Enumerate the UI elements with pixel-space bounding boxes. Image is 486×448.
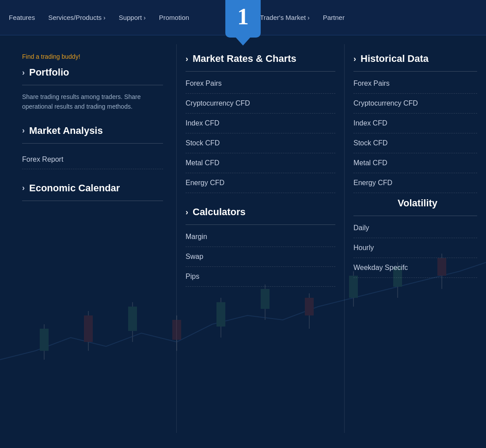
middle-metal-cfd[interactable]: Metal CFD [186,153,335,173]
find-buddy-text: Find a trading buddy! [22,53,163,60]
middle-crypto-cfd[interactable]: Cryptocurrency CFD [186,94,335,114]
right-energy-cfd[interactable]: Energy CFD [353,173,477,193]
calc-pips[interactable]: Pips [186,267,335,287]
nav-partner[interactable]: Partner [323,14,345,21]
dropdown-container: Find a trading buddy! › Portfolio Share … [0,35,486,433]
right-stock-cfd[interactable]: Stock CFD [353,133,477,153]
calc-swap[interactable]: Swap [186,247,335,267]
volatility-heading[interactable]: Volatility [353,197,477,209]
portfolio-heading[interactable]: › Portfolio [22,67,163,78]
left-column: Find a trading buddy! › Portfolio Share … [0,44,177,433]
calc-margin[interactable]: Margin [186,227,335,247]
right-index-cfd[interactable]: Index CFD [353,114,477,133]
badge-1: 1 [225,0,261,38]
calculators-heading[interactable]: › Calculators [186,206,335,218]
nav-traders-market[interactable]: Trader's Market [260,14,310,21]
right-metal-cfd[interactable]: Metal CFD [353,153,477,173]
right-crypto-cfd[interactable]: Cryptocurrency CFD [353,94,477,114]
nav-features[interactable]: Features [9,14,35,21]
nav-support[interactable]: Support [119,14,146,21]
historical-data-chevron: › [353,54,356,64]
right-forex-pairs[interactable]: Forex Pairs [353,74,477,94]
nav-services-products[interactable]: Services/Products [48,14,105,21]
right-column: › Historical Data Forex Pairs Cryptocurr… [345,44,486,433]
market-rates-chevron: › [186,54,188,64]
nav-promotion[interactable]: Promotion [159,14,189,21]
volatility-weekday[interactable]: Weekday Specifc [353,258,477,278]
market-analysis-chevron: › [22,126,25,135]
middle-energy-cfd[interactable]: Energy CFD [186,173,335,193]
forex-report-item[interactable]: Forex Report [22,150,163,169]
market-analysis-heading[interactable]: › Market Analysis [22,125,163,137]
middle-stock-cfd[interactable]: Stock CFD [186,133,335,153]
middle-forex-pairs[interactable]: Forex Pairs [186,74,335,94]
middle-column: › Market Rates & Charts Forex Pairs Cryp… [177,44,345,433]
market-rates-heading[interactable]: › Market Rates & Charts [186,53,335,65]
economic-calendar-heading[interactable]: › Economic Calendar [22,182,163,194]
volatility-daily[interactable]: Daily [353,218,477,238]
portfolio-desc: Share trading results among traders. Sha… [22,92,163,112]
calculators-chevron: › [186,208,188,217]
portfolio-chevron: › [22,68,25,77]
economic-calendar-chevron: › [22,183,25,193]
volatility-hourly[interactable]: Hourly [353,238,477,258]
badge-arrow [235,37,251,46]
middle-index-cfd[interactable]: Index CFD [186,114,335,133]
historical-data-heading[interactable]: › Historical Data [353,53,477,65]
